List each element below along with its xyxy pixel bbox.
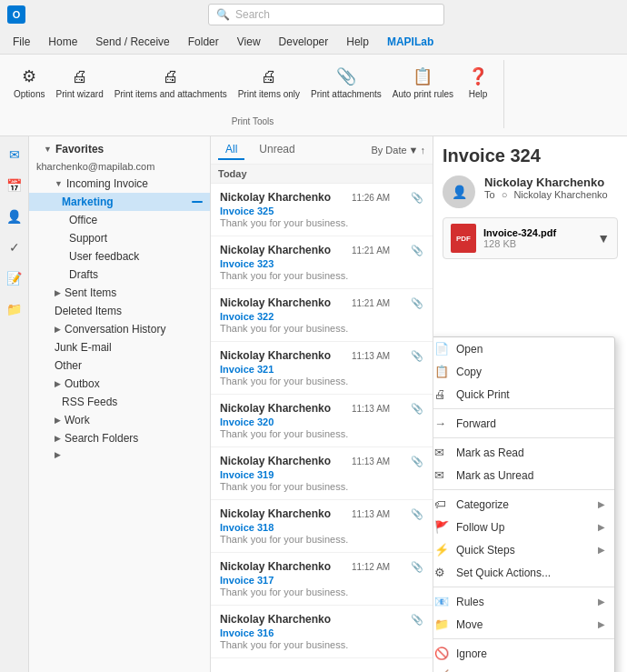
sidebar-item-other[interactable]: ▶ Outbox xyxy=(29,375,210,393)
ribbon: ⚙ Options 🖨 Print wizard 🖨 Print items a… xyxy=(0,55,627,136)
sidebar-item-office[interactable]: Support xyxy=(29,229,210,247)
deleted-chevron: ▶ xyxy=(55,325,61,334)
sidebar-account: kharchenko@mapilab.com xyxy=(29,158,210,175)
preview-meta: 👤 Nickolay Kharchenko To ○ Nickolay Khar… xyxy=(443,176,618,208)
rules-arrow: ▶ xyxy=(598,597,605,607)
ctx-quick-print[interactable]: 🖨 Quick Print xyxy=(433,383,614,406)
menu-folder[interactable]: Folder xyxy=(181,33,226,51)
attachment-expand-icon[interactable]: ▼ xyxy=(597,231,610,246)
preview-pane: Invoice 324 👤 Nickolay Kharchenko To ○ N… xyxy=(433,136,627,672)
email-item[interactable]: Nickolay Kharchenko 11:13 AM 📎 Invoice 3… xyxy=(211,447,433,500)
menu-mapilab[interactable]: MAPILab xyxy=(380,33,441,51)
ribbon-print-attach-button[interactable]: 📎 Print attachments xyxy=(306,60,386,103)
ctx-clean-up[interactable]: 🧹 Clean Up Conversation xyxy=(433,665,614,672)
mark-read-icon: ✉ xyxy=(434,446,449,459)
sort-arrow-icon: ▼ xyxy=(409,145,419,155)
email-item[interactable]: Nickolay Kharchenko 📎 Invoice 316 Thank … xyxy=(211,606,433,658)
quick-print-icon: 🖨 xyxy=(434,387,449,401)
follow-up-icon: 🚩 xyxy=(434,520,449,534)
ctx-follow-up[interactable]: 🚩 Follow Up ▶ xyxy=(433,516,614,538)
title-bar: O 🔍 Search xyxy=(0,0,627,29)
sender-avatar: 👤 xyxy=(443,176,475,208)
ctx-set-quick-actions[interactable]: ⚙ Set Quick Actions... xyxy=(433,561,614,584)
ctx-divider-1 xyxy=(433,408,614,409)
notes-nav-button[interactable]: 📝 xyxy=(4,267,25,289)
print-attach-icon: 📎 xyxy=(333,64,359,89)
ctx-rules[interactable]: 📧 Rules ▶ xyxy=(433,590,614,613)
sidebar-item-support[interactable]: User feedback xyxy=(29,247,210,266)
tab-unread[interactable]: Unread xyxy=(252,140,302,160)
ribbon-print-items-button[interactable]: 🖨 Print items only xyxy=(234,60,304,103)
email-item[interactable]: Nickolay Kharchenko 11:21 AM 📎 Invoice 3… xyxy=(211,236,433,289)
ctx-open[interactable]: 📄 Open xyxy=(433,337,614,360)
search-folders-chevron: ▶ xyxy=(55,450,61,459)
sort-button[interactable]: By Date ▼ ↑ xyxy=(371,145,425,155)
open-icon: 📄 xyxy=(434,342,449,356)
sidebar-item-sent[interactable]: Deleted Items xyxy=(29,302,210,320)
ctx-categorize[interactable]: 🏷 Categorize ▶ xyxy=(433,493,614,516)
ribbon-options-button[interactable]: ⚙ Options xyxy=(9,60,49,103)
calendar-nav-button[interactable]: 📅 xyxy=(4,175,25,196)
ctx-ignore[interactable]: 🚫 Ignore xyxy=(433,642,614,665)
sidebar-item-outbox[interactable]: RSS Feeds xyxy=(29,393,210,411)
sidebar-item-marketing[interactable]: Office xyxy=(29,211,210,229)
ribbon-print-wizard-button[interactable]: 🖨 Print wizard xyxy=(51,60,107,103)
email-item[interactable]: Nickolay Kharchenko 11:13 AM 📎 Invoice 3… xyxy=(211,395,433,447)
options-icon: ⚙ xyxy=(16,64,42,89)
sidebar-item-conv-history[interactable]: Junk E-mail xyxy=(29,338,210,356)
inbox-chevron: ▼ xyxy=(55,179,63,188)
incoming-invoice-badge xyxy=(192,201,203,203)
menu-send-receive[interactable]: Send / Receive xyxy=(88,33,176,51)
search-box[interactable]: 🔍 Search xyxy=(208,4,444,25)
ctx-quick-steps[interactable]: ⚡ Quick Steps ▶ xyxy=(433,538,614,561)
copy-icon: 📋 xyxy=(434,365,449,378)
email-item[interactable]: Nickolay Kharchenko 11:13 AM 📎 Invoice 3… xyxy=(211,342,433,395)
tasks-nav-button[interactable]: ✓ xyxy=(4,236,25,258)
menu-developer[interactable]: Developer xyxy=(272,33,336,51)
attachment-info: Invoice-324.pdf 128 KB xyxy=(483,227,556,249)
mail-nav-button[interactable]: ✉ xyxy=(4,144,25,165)
sidebar-item-work[interactable]: ▶ Search Folders xyxy=(29,429,210,447)
tab-all[interactable]: All xyxy=(218,140,244,160)
menu-home[interactable]: Home xyxy=(41,33,85,51)
sidebar-item-drafts[interactable]: ▶ Sent Items xyxy=(29,284,210,302)
sidebar-item-deleted[interactable]: ▶ Conversation History xyxy=(29,320,210,338)
forward-icon: → xyxy=(434,416,449,430)
attachment-item[interactable]: PDF Invoice-324.pdf 128 KB ▼ xyxy=(443,217,618,259)
categorize-arrow: ▶ xyxy=(598,499,605,509)
ctx-divider-5 xyxy=(433,638,614,639)
folders-nav-button[interactable]: 📁 xyxy=(4,298,25,320)
email-item[interactable]: Nickolay Kharchenko 11:21 AM 📎 Invoice 3… xyxy=(211,289,433,342)
email-list: All Unread By Date ▼ ↑ Today Nickolay Kh… xyxy=(211,136,433,672)
email-item[interactable]: Nickolay Kharchenko 11:26 AM 📎 Invoice 3… xyxy=(211,184,433,236)
move-icon: 📁 xyxy=(434,617,449,631)
preview-sender-info: Nickolay Kharchenko To ○ Nickolay Kharch… xyxy=(484,176,608,200)
ctx-forward[interactable]: → Forward xyxy=(433,412,614,435)
sidebar-item-user-feedback[interactable]: Drafts xyxy=(29,266,210,284)
menu-file[interactable]: File xyxy=(5,33,37,51)
print-wizard-icon: 🖨 xyxy=(67,64,93,89)
ctx-copy[interactable]: 📋 Copy xyxy=(433,360,614,383)
ctx-move[interactable]: 📁 Move ▶ xyxy=(433,613,614,636)
context-menu: 📄 Open 📋 Copy 🖨 Quick Print → Forward ✉ … xyxy=(433,336,615,672)
ribbon-auto-print-button[interactable]: 📋 Auto print rules xyxy=(388,60,458,103)
sidebar-item-inbox[interactable]: ▼ Incoming Invoice xyxy=(29,175,210,193)
ribbon-help-button[interactable]: ❓ Help xyxy=(460,60,496,103)
sidebar-favorites-header[interactable]: ▼ Favorites xyxy=(29,140,210,158)
sidebar-item-incoming-invoice[interactable]: Marketing xyxy=(29,193,210,211)
rss-chevron: ▶ xyxy=(55,416,61,425)
ribbon-group-label: Print Tools xyxy=(232,116,274,128)
menu-help[interactable]: Help xyxy=(339,33,376,51)
ctx-mark-read[interactable]: ✉ Mark as Read xyxy=(433,441,614,464)
sidebar-item-search-folders[interactable]: ▶ xyxy=(29,447,210,462)
email-item[interactable]: Nickolay Kharchenko 11:12 AM 📎 Invoice 3… xyxy=(211,553,433,606)
sidebar: ▼ Favorites kharchenko@mapilab.com ▼ Inc… xyxy=(29,136,211,672)
menu-view[interactable]: View xyxy=(230,33,268,51)
sidebar-item-rss[interactable]: ▶ Work xyxy=(29,411,210,429)
sidebar-item-junk[interactable]: Other xyxy=(29,356,210,375)
people-nav-button[interactable]: 👤 xyxy=(4,206,25,227)
ribbon-print-items-attach-button[interactable]: 🖨 Print items and attachments xyxy=(110,60,232,103)
auto-print-icon: 📋 xyxy=(410,64,435,89)
ctx-mark-unread[interactable]: ✉ Mark as Unread xyxy=(433,464,614,486)
email-item[interactable]: Nickolay Kharchenko 11:13 AM 📎 Invoice 3… xyxy=(211,500,433,553)
